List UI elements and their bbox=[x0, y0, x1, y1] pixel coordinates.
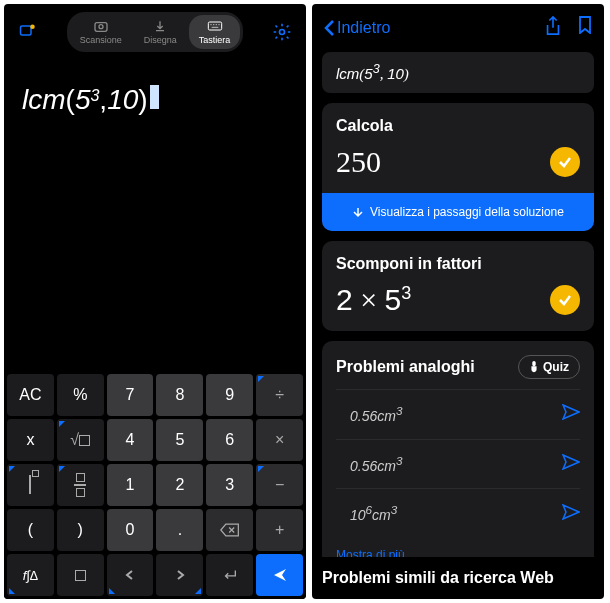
verified-badge[interactable] bbox=[550, 147, 580, 177]
expression-display: lcm(53, 10) bbox=[322, 52, 594, 93]
key-divide[interactable]: ÷ bbox=[256, 374, 303, 416]
keypad: AC % 7 8 9 ÷ x √ 4 5 6 × 1 2 3 − ( ) 0 .… bbox=[4, 371, 306, 599]
key-percent[interactable]: % bbox=[57, 374, 104, 416]
svg-rect-0 bbox=[21, 26, 32, 35]
expression-input[interactable]: lcm(53, 10) bbox=[4, 60, 306, 371]
key-plus[interactable]: + bbox=[256, 509, 303, 551]
content: lcm(53, 10) Calcola 250 Visualizza i pas… bbox=[312, 52, 604, 557]
expr-arg1-exp: 3 bbox=[90, 87, 99, 105]
back-button[interactable]: Indietro bbox=[324, 19, 390, 37]
scomponi-result: 2 × 53 bbox=[336, 283, 411, 317]
key-left[interactable] bbox=[107, 554, 154, 596]
key-5[interactable]: 5 bbox=[156, 419, 203, 461]
svg-point-3 bbox=[99, 25, 103, 29]
key-functions[interactable]: f∫∆ bbox=[7, 554, 54, 596]
key-multiply[interactable]: × bbox=[256, 419, 303, 461]
key-minus[interactable]: − bbox=[256, 464, 303, 506]
show-steps-button[interactable]: Visualizza i passaggi della soluzione bbox=[322, 193, 594, 231]
verified-badge-2[interactable] bbox=[550, 285, 580, 315]
tab-scan-label: Scansione bbox=[80, 35, 122, 45]
key-fraction[interactable] bbox=[57, 464, 104, 506]
send-icon[interactable] bbox=[562, 404, 580, 424]
tab-keyboard[interactable]: Tastiera bbox=[189, 15, 241, 49]
svg-point-1 bbox=[30, 25, 35, 30]
show-more-link[interactable]: Mostra di più bbox=[336, 538, 580, 557]
key-right[interactable] bbox=[156, 554, 203, 596]
key-submit[interactable] bbox=[256, 554, 303, 596]
key-6[interactable]: 6 bbox=[206, 419, 253, 461]
send-icon[interactable] bbox=[562, 454, 580, 474]
key-8[interactable]: 8 bbox=[156, 374, 203, 416]
similar-card: Problemi analoghi Quiz 0.56cm3 0.56cm3 1… bbox=[322, 341, 594, 557]
bookmark-icon[interactable] bbox=[578, 16, 592, 40]
tab-draw-label: Disegna bbox=[144, 35, 177, 45]
back-label: Indietro bbox=[337, 19, 390, 37]
key-7[interactable]: 7 bbox=[107, 374, 154, 416]
key-backspace[interactable] bbox=[206, 509, 253, 551]
key-rparen[interactable]: ) bbox=[57, 509, 104, 551]
scomponi-card: Scomponi in fattori 2 × 53 bbox=[322, 241, 594, 331]
key-lparen[interactable]: ( bbox=[7, 509, 54, 551]
tab-draw[interactable]: Disegna bbox=[134, 15, 187, 49]
similar-title: Problemi analoghi bbox=[336, 358, 475, 376]
steps-label: Visualizza i passaggi della soluzione bbox=[370, 205, 564, 219]
calcola-title: Calcola bbox=[336, 117, 580, 135]
calcola-card: Calcola 250 Visualizza i passaggi della … bbox=[322, 103, 594, 231]
quiz-label: Quiz bbox=[543, 360, 569, 374]
key-ac[interactable]: AC bbox=[7, 374, 54, 416]
history-icon[interactable] bbox=[18, 22, 38, 42]
send-icon[interactable] bbox=[562, 504, 580, 524]
key-3[interactable]: 3 bbox=[206, 464, 253, 506]
svg-rect-4 bbox=[208, 22, 221, 30]
tab-scan[interactable]: Scansione bbox=[70, 15, 132, 49]
key-9[interactable]: 9 bbox=[206, 374, 253, 416]
scomponi-title: Scomponi in fattori bbox=[336, 255, 580, 273]
problem-row-1[interactable]: 0.56cm3 bbox=[336, 389, 580, 439]
quiz-button[interactable]: Quiz bbox=[518, 355, 580, 379]
key-0[interactable]: 0 bbox=[107, 509, 154, 551]
key-2[interactable]: 2 bbox=[156, 464, 203, 506]
key-power[interactable] bbox=[7, 464, 54, 506]
key-blank[interactable] bbox=[57, 554, 104, 596]
key-4[interactable]: 4 bbox=[107, 419, 154, 461]
input-screen: Scansione Disegna Tastiera lcm(53, 10) A… bbox=[4, 4, 306, 599]
result-screen: Indietro lcm(53, 10) Calcola 250 Visuali… bbox=[312, 4, 604, 599]
key-1[interactable]: 1 bbox=[107, 464, 154, 506]
nav-bar: Indietro bbox=[312, 4, 604, 52]
expr-func: lcm bbox=[22, 84, 66, 116]
calcola-result: 250 bbox=[336, 145, 381, 179]
top-bar: Scansione Disegna Tastiera bbox=[4, 4, 306, 60]
key-enter[interactable] bbox=[206, 554, 253, 596]
key-sqrt[interactable]: √ bbox=[57, 419, 104, 461]
expr-arg1-base: 5 bbox=[75, 84, 91, 116]
problem-row-3[interactable]: 106cm3 bbox=[336, 488, 580, 538]
mode-tabs: Scansione Disegna Tastiera bbox=[67, 12, 244, 52]
cursor bbox=[150, 85, 159, 109]
settings-icon[interactable] bbox=[272, 22, 292, 42]
tab-keyboard-label: Tastiera bbox=[199, 35, 231, 45]
share-icon[interactable] bbox=[544, 16, 562, 40]
expr-arg2: 10 bbox=[107, 84, 138, 116]
key-x[interactable]: x bbox=[7, 419, 54, 461]
key-dot[interactable]: . bbox=[156, 509, 203, 551]
svg-point-10 bbox=[279, 30, 284, 35]
web-results-title: Problemi simili da ricerca Web bbox=[312, 557, 604, 599]
problem-row-2[interactable]: 0.56cm3 bbox=[336, 439, 580, 489]
svg-rect-2 bbox=[95, 23, 107, 32]
